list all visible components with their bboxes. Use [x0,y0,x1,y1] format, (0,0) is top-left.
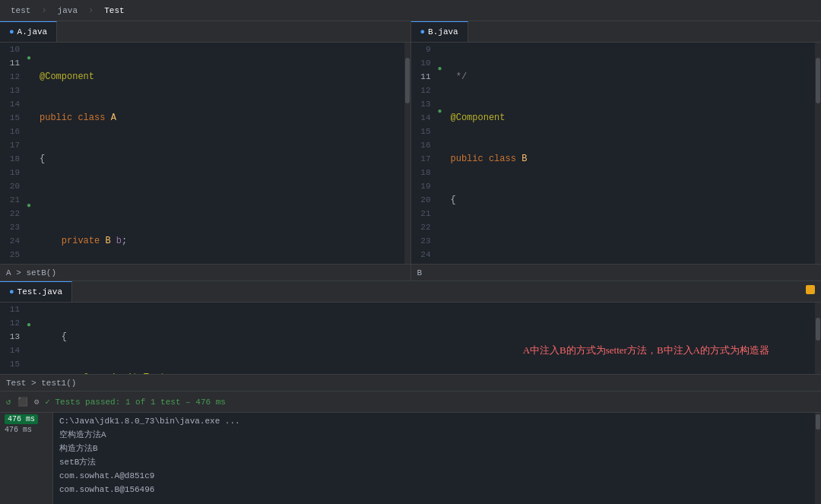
output-line-2: 空构造方法A [59,428,809,442]
test-scrollbar-thumb[interactable] [816,318,820,341]
test-gutter: ● [23,303,36,374]
code-line: public class B [451,152,813,166]
right-line-numbers: 9 10 11 12 13 14 15 16 17 18 19 20 21 22… [411,43,434,264]
left-breadcrumb: A > setB() [0,264,410,281]
run-scrollbar[interactable] [815,413,821,504]
code-line: @Component [40,70,401,84]
left-scrollbar[interactable] [404,43,410,264]
right-gutter: ● ● [434,43,448,264]
editor-split-area: ● A.java 10 11 12 13 14 15 16 17 18 19 2… [0,21,821,281]
code-line: { [40,330,812,344]
run-pass-label: ✓ Tests passed: 1 of 1 test – 476 ms [45,397,226,407]
test-editor-content: 11 12 13 14 15 16 17 18 ● { @org.junit.T… [0,303,821,374]
top-bar: test › java › Test [0,0,821,21]
right-editor-pane: ● B.java 9 10 11 12 13 14 15 16 17 18 19… [411,21,822,281]
code-annotation: A中注入B的方式为setter方法，B中注入A的方式为构造器 [523,344,769,357]
left-tab-bar: ● A.java [0,21,410,43]
right-breadcrumb: B [411,264,822,281]
output-line-5: com.sowhat.A@d851c9 [59,469,809,483]
tab-ajava[interactable]: ● A.java [0,21,57,42]
left-code-area[interactable]: @Component public class A { private B b;… [36,43,404,264]
code-line: @org.junit.Test [40,371,812,374]
right-tab-bar: ● B.java [411,21,822,43]
output-line-1: C:\Java\jdk1.8.0_73\bin\java.exe ... [59,414,809,428]
code-line [40,193,401,207]
run-status-bar: ↺ ⬛ ⚙ ✓ Tests passed: 1 of 1 test – 476 … [0,391,821,413]
code-line [451,234,813,248]
run-settings-icon: ⚙ [34,397,40,407]
right-editor-content: 9 10 11 12 13 14 15 16 17 18 19 20 21 22… [411,43,822,264]
left-scrollbar-thumb[interactable] [405,58,410,103]
code-line: { [451,193,813,207]
code-line: private B b; [40,234,401,248]
test-editor-area: ● Test.java 11 12 13 14 15 16 17 18 ● [0,281,821,391]
code-line: public class A [40,111,401,125]
test-breadcrumb: Test > test1() [0,374,821,391]
left-editor-pane: ● A.java 10 11 12 13 14 15 16 17 18 19 2… [0,21,411,281]
code-line: @Component [451,111,813,125]
left-gutter: ● ● [23,43,36,264]
tab-bjava[interactable]: ● B.java [411,21,468,42]
output-line-3: 构造方法B [59,442,809,455]
run-area: ↺ ⬛ ⚙ ✓ Tests passed: 1 of 1 test – 476 … [0,391,821,504]
left-line-numbers: 10 11 12 13 14 15 16 17 18 19 20 21 22 2… [0,43,23,264]
test-scrollbar[interactable] [815,303,821,374]
topbar-test[interactable]: test [6,5,35,17]
left-editor-content: 10 11 12 13 14 15 16 17 18 19 20 21 22 2… [0,43,410,264]
run-time-col: 476 ms 476 ms [0,413,53,504]
run-output-area: 476 ms 476 ms C:\Java\jdk1.8.0_73\bin\ja… [0,413,821,504]
output-line-4: setB方法 [59,455,809,469]
topbar-testclass[interactable]: Test [100,5,128,17]
run-expand-icon: ⬛ [17,397,28,407]
right-scrollbar-thumb[interactable] [816,58,820,103]
right-scrollbar[interactable] [815,43,821,264]
run-output-lines: C:\Java\jdk1.8.0_73\bin\java.exe ... 空构造… [53,413,815,504]
topbar-java[interactable]: java [53,5,82,17]
right-code-area[interactable]: */ @Component public class B { private A… [448,43,816,264]
code-line: */ [451,70,813,84]
run-time-badge: 476 ms [5,414,38,424]
run-icon: ↺ [6,397,11,407]
tab-testjava[interactable]: ● Test.java [0,281,72,302]
test-indicator [806,285,815,294]
test-code-area[interactable]: { @org.junit.Test public void test1(){ A… [36,303,815,374]
run-scrollbar-thumb[interactable] [816,414,820,430]
code-line: { [40,152,401,166]
test-line-numbers: 11 12 13 14 15 16 17 18 [0,303,23,374]
output-line-6: com.sowhat.B@156496 [59,483,809,496]
test-tab-bar: ● Test.java [0,281,821,303]
